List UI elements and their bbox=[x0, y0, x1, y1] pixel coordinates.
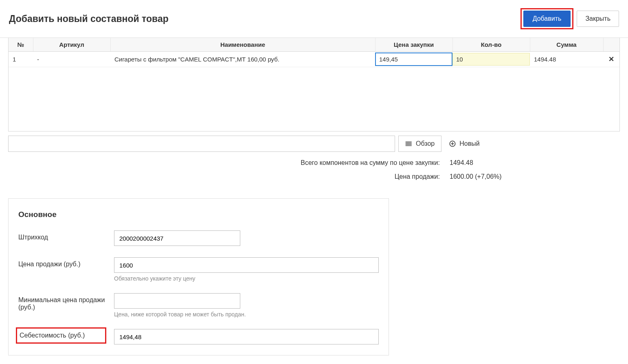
summary-sale-label: Цена продажи: bbox=[8, 173, 440, 180]
cell-qty-input[interactable]: 10 bbox=[452, 53, 530, 66]
saleprice-label: Цена продажи (руб.) bbox=[18, 257, 114, 268]
summary-block: Всего компонентов на сумму по цене закуп… bbox=[0, 158, 628, 198]
col-header-delete bbox=[603, 38, 619, 52]
add-button[interactable]: Добавить bbox=[523, 11, 571, 27]
barcode-icon bbox=[405, 140, 413, 147]
minprice-hint: Цена, ниже которой товар не может быть п… bbox=[114, 311, 379, 318]
dialog-title: Добавить новый составной товар bbox=[9, 13, 169, 24]
plus-circle-icon bbox=[449, 140, 456, 147]
col-header-name[interactable]: Наименование bbox=[110, 38, 375, 52]
new-button[interactable]: Новый bbox=[445, 136, 483, 152]
cost-label: Себестоимость (руб.) bbox=[20, 332, 85, 339]
cell-name: Сигареты с фильтром "CAMEL COMPACT",МТ 1… bbox=[110, 52, 375, 67]
header-actions: Добавить Закрыть bbox=[520, 8, 619, 29]
cell-sum: 1494.48 bbox=[530, 52, 603, 67]
close-button[interactable]: Закрыть bbox=[577, 11, 619, 27]
component-search-input[interactable] bbox=[8, 136, 395, 152]
component-add-bar: Обзор Новый bbox=[0, 136, 628, 152]
browse-button-label: Обзор bbox=[416, 140, 435, 147]
grid-header-row: № Артикул Наименование Цена закупки Кол-… bbox=[9, 38, 619, 52]
col-header-qty[interactable]: Кол-во bbox=[452, 38, 530, 52]
new-button-label: Новый bbox=[459, 140, 479, 147]
summary-total-label: Всего компонентов на сумму по цене закуп… bbox=[8, 159, 440, 167]
dialog-header: Добавить новый составной товар Добавить … bbox=[0, 0, 628, 38]
summary-total-value: 1494.48 bbox=[450, 159, 531, 167]
saleprice-input[interactable] bbox=[114, 257, 379, 273]
highlight-add-button: Добавить bbox=[520, 8, 574, 29]
barcode-input[interactable] bbox=[114, 230, 240, 246]
delete-row-icon[interactable]: ✕ bbox=[608, 55, 614, 63]
panel-title: Основное bbox=[18, 210, 379, 219]
col-header-price[interactable]: Цена закупки bbox=[375, 38, 452, 52]
barcode-label: Штрихкод bbox=[18, 230, 114, 241]
saleprice-hint: Обязательно укажите эту цену bbox=[114, 275, 379, 282]
highlight-cost-label: Себестоимость (руб.) bbox=[16, 327, 106, 344]
browse-button[interactable]: Обзор bbox=[398, 136, 441, 152]
table-row[interactable]: 1 - Сигареты с фильтром "CAMEL COMPACT",… bbox=[9, 52, 619, 67]
components-grid: № Артикул Наименование Цена закупки Кол-… bbox=[8, 38, 620, 132]
cell-price-input[interactable]: 149,45 bbox=[375, 53, 452, 66]
col-header-num[interactable]: № bbox=[9, 38, 33, 52]
minprice-label: Минимальная цена продажи (руб.) bbox=[18, 293, 114, 311]
cost-input[interactable] bbox=[114, 329, 379, 344]
main-panel: Основное Штрихкод Цена продажи (руб.) Об… bbox=[8, 198, 389, 355]
minprice-input[interactable] bbox=[114, 293, 240, 309]
col-header-sku[interactable]: Артикул bbox=[33, 38, 110, 52]
col-header-sum[interactable]: Сумма bbox=[530, 38, 603, 52]
cell-sku: - bbox=[33, 52, 110, 67]
cell-num: 1 bbox=[9, 52, 33, 67]
summary-sale-value: 1600.00 (+7,06%) bbox=[450, 173, 531, 180]
